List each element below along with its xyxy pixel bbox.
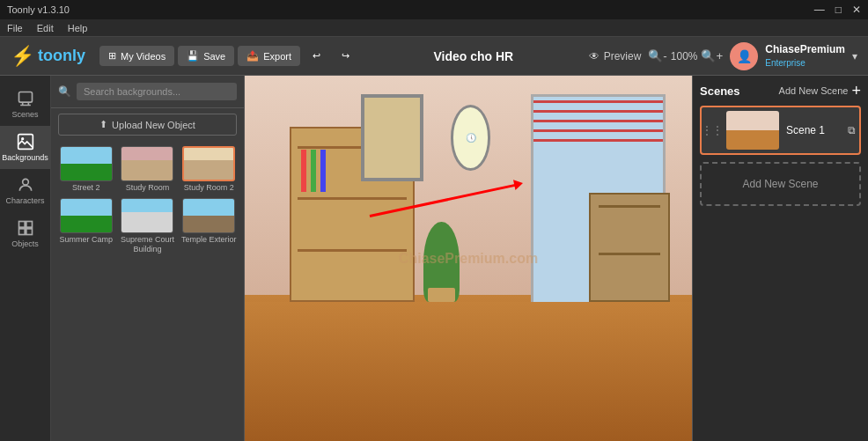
scene-1-name: Scene 1 — [786, 124, 841, 136]
logo: ⚡ toonly — [11, 45, 85, 68]
scenes-title: Scenes — [700, 85, 740, 98]
logo-text: toonly — [38, 47, 85, 65]
sidebar-item-characters[interactable]: Characters — [0, 169, 50, 212]
toolbar: ⚡ toonly ⊞ My Videos 💾 Save 📤 Export ↩ ↪… — [0, 37, 868, 76]
search-input[interactable] — [77, 83, 237, 100]
bg-label-street2: Street 2 — [72, 183, 100, 193]
logo-icon: ⚡ — [11, 45, 34, 68]
arrow-head — [513, 178, 524, 190]
backgrounds-label: Backgrounds — [2, 153, 48, 162]
bg-label-summer-camp: Summer Camp — [60, 235, 114, 245]
menu-edit[interactable]: Edit — [37, 23, 54, 33]
chevron-down-icon: ▾ — [852, 50, 857, 62]
sidebar: Scenes Backgrounds Characters Objects — [0, 76, 51, 441]
maximize-btn[interactable]: □ — [835, 4, 842, 16]
book — [301, 150, 306, 193]
save-icon: 💾 — [187, 50, 199, 62]
nightstand-line — [599, 253, 660, 255]
scene-clock: 🕔 — [451, 105, 491, 171]
bg-thumb-street2 — [60, 146, 113, 181]
app-name: Toonly v1.3.10 — [7, 4, 70, 15]
zoom-out-button[interactable]: 🔍- — [648, 49, 666, 62]
scenes-label: Scenes — [11, 110, 38, 119]
sidebar-item-backgrounds[interactable]: Backgrounds — [0, 126, 50, 169]
export-label: Export — [263, 51, 291, 62]
sidebar-item-objects[interactable]: Objects — [0, 212, 50, 255]
user-info: ChiasePremium Enterprise — [765, 43, 845, 69]
zoom-level: 100% — [671, 50, 698, 62]
add-new-scene-label: Add New Scene — [779, 85, 849, 96]
svg-rect-0 — [18, 92, 32, 103]
video-title: Video cho HR — [433, 49, 513, 63]
save-button[interactable]: 💾 Save — [178, 46, 234, 66]
svg-rect-5 — [26, 222, 32, 228]
export-button[interactable]: 📤 Export — [238, 46, 300, 66]
bg-thumb-study-room — [121, 146, 173, 181]
redo-button[interactable]: ↪ — [333, 46, 358, 66]
scene-canvas[interactable]: 🕔 — [245, 76, 692, 441]
eye-icon: 👁 — [589, 50, 600, 62]
svg-rect-4 — [18, 222, 25, 228]
menu-help[interactable]: Help — [68, 23, 88, 33]
menu-file[interactable]: File — [7, 23, 23, 33]
bg-thumb-study-room2 — [182, 146, 235, 181]
save-label: Save — [203, 51, 225, 62]
characters-label: Characters — [5, 196, 44, 205]
scene-picture — [361, 94, 423, 182]
svg-point-3 — [22, 179, 28, 185]
bg-label-study-room: Study Room — [126, 183, 170, 193]
menu-bar: File Edit Help — [0, 19, 868, 37]
minimize-btn[interactable]: — — [814, 4, 825, 16]
scenes-panel: Scenes Add New Scene + ⋮⋮ Scene 1 ⧉ Add … — [692, 76, 868, 441]
bg-thumb-temple — [182, 198, 235, 233]
close-btn[interactable]: ✕ — [852, 4, 861, 16]
bg-thumb-supreme-court — [121, 198, 173, 233]
book — [320, 150, 326, 193]
scenes-header: Scenes Add New Scene + — [700, 83, 861, 99]
backgrounds-grid: Street 2 Study Room Study Room 2 Summer … — [51, 141, 244, 259]
bg-item-temple[interactable]: Temple Exterior — [180, 198, 237, 254]
preview-button[interactable]: 👁 Preview — [589, 50, 642, 62]
svg-rect-7 — [26, 229, 32, 235]
sidebar-item-scenes[interactable]: Scenes — [0, 83, 50, 126]
user-area[interactable]: 👤 ChiasePremium Enterprise ▾ — [730, 42, 857, 70]
bg-item-summer-camp[interactable]: Summer Camp — [58, 198, 114, 254]
bg-item-study-room[interactable]: Study Room — [120, 146, 176, 193]
scene-copy-button[interactable]: ⧉ — [848, 124, 856, 136]
upload-icon: ⬆ — [99, 119, 107, 130]
plant-pot — [428, 288, 454, 303]
search-bar: 🔍 — [51, 76, 244, 108]
bg-item-street2[interactable]: Street 2 — [58, 146, 114, 193]
blind-slat — [533, 100, 662, 103]
shelf-divider — [298, 249, 407, 252]
preview-label: Preview — [604, 50, 642, 62]
nightstand-line — [599, 205, 660, 208]
user-plan: Enterprise — [765, 57, 845, 69]
add-new-scene-box[interactable]: Add New Scene — [700, 162, 861, 206]
add-new-scene-text: Add New Scene — [742, 178, 818, 190]
undo-button[interactable]: ↩ — [304, 46, 329, 66]
grid-icon: ⊞ — [108, 50, 116, 62]
upload-button[interactable]: ⬆ Upload New Object — [58, 114, 237, 136]
characters-icon — [17, 176, 34, 194]
bg-item-study-room2[interactable]: Study Room 2 — [180, 146, 237, 193]
scene-item-1[interactable]: ⋮⋮ Scene 1 ⧉ — [700, 106, 861, 155]
zoom-control: 🔍- 100% 🔍+ — [648, 49, 723, 62]
scene-floor — [245, 302, 692, 441]
bg-label-temple: Temple Exterior — [181, 235, 237, 245]
export-icon: 📤 — [246, 50, 259, 62]
objects-icon — [17, 219, 34, 237]
canvas-area: ChiasePremium.com — [245, 76, 692, 441]
blind-slat — [533, 110, 662, 113]
shelf-divider — [298, 197, 407, 200]
bg-label-study-room2: Study Room 2 — [184, 183, 234, 193]
my-videos-button[interactable]: ⊞ My Videos — [99, 46, 174, 66]
svg-point-2 — [21, 137, 24, 140]
add-scene-header-button[interactable]: + — [851, 83, 861, 99]
bg-item-supreme-court[interactable]: Supreme Court Building — [120, 198, 176, 254]
zoom-in-button[interactable]: 🔍+ — [701, 49, 723, 62]
avatar: 👤 — [730, 42, 758, 70]
objects-label: Objects — [11, 239, 39, 248]
title-bar: Toonly v1.3.10 — □ ✕ — [0, 0, 868, 19]
scene-nightstand — [589, 193, 669, 303]
